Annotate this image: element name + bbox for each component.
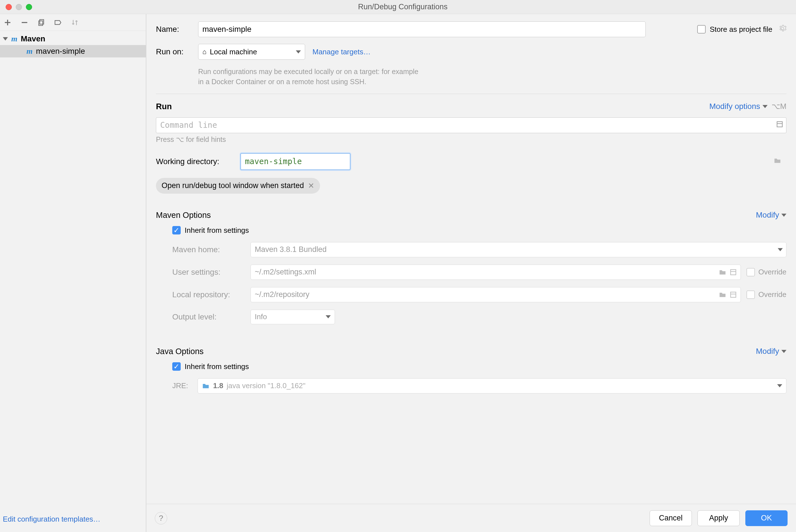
cancel-button[interactable]: Cancel [650, 510, 692, 526]
list-icon [729, 291, 737, 299]
name-label: Name: [156, 25, 198, 34]
maven-icon: m [26, 47, 33, 56]
store-label: Store as project file [709, 25, 772, 34]
sidebar-toolbar [0, 14, 146, 31]
maven-section-title: Maven Options [156, 211, 211, 220]
java-inherit-checkbox[interactable]: ✓ [172, 362, 181, 371]
local-repo-label: Local repository: [172, 290, 234, 299]
sort-config-button[interactable] [70, 18, 80, 27]
workdir-label: Working directory: [156, 157, 240, 166]
output-level-dropdown: Info [250, 310, 335, 324]
svg-rect-0 [40, 19, 44, 24]
window-title: Run/Debug Configurations [10, 2, 796, 11]
svg-rect-1 [39, 21, 43, 25]
body: m Maven m maven-simple Edit configuratio… [0, 14, 796, 532]
runon-value: Local machine [210, 48, 257, 56]
maven-home-field: Maven 3.8.1 Bundled [250, 242, 786, 257]
java-inherit-label: Inherit from settings [185, 362, 249, 371]
maven-inherit-label: Inherit from settings [185, 226, 249, 235]
jre-dropdown: 1.8 java version "1.8.0_162" [197, 378, 786, 394]
tree-node-label: Maven [21, 34, 45, 43]
chevron-down-icon [296, 51, 301, 54]
store-as-project-checkbox[interactable] [697, 25, 706, 34]
user-override-checkbox [746, 268, 755, 277]
java-modify-link[interactable]: Modify [756, 347, 786, 356]
home-icon: ⌂ [202, 48, 207, 56]
command-line-input[interactable] [156, 117, 786, 133]
jre-label: JRE: [172, 381, 197, 390]
override-label: Override [758, 290, 786, 299]
list-icon [729, 268, 737, 276]
folder-icon [202, 382, 210, 390]
runon-dropdown[interactable]: ⌂ Local machine [198, 44, 305, 60]
titlebar: Run/Debug Configurations [0, 0, 796, 14]
override-label: Override [758, 268, 786, 277]
svg-rect-2 [777, 121, 782, 127]
dialog-footer: ? Cancel Apply OK [146, 504, 796, 532]
expand-icon[interactable] [776, 120, 783, 130]
divider [156, 94, 786, 94]
open-tool-window-chip[interactable]: Open run/debug tool window when started … [156, 178, 320, 194]
window: Run/Debug Configurations m Maven m maven… [0, 0, 796, 532]
maven-home-label: Maven home: [172, 245, 234, 254]
repo-override-checkbox [746, 290, 755, 299]
svg-rect-4 [731, 292, 736, 297]
runon-help: Run configurations may be executed local… [198, 66, 786, 87]
chevron-down-icon [777, 384, 782, 387]
add-config-button[interactable] [3, 18, 13, 27]
config-tree: m Maven m maven-simple [0, 31, 146, 511]
tree-node-maven[interactable]: m Maven [0, 33, 146, 45]
folder-icon [719, 268, 726, 276]
copy-config-button[interactable] [37, 18, 46, 27]
working-directory-input[interactable] [240, 153, 350, 170]
chevron-down-icon [762, 105, 767, 108]
remove-config-button[interactable] [20, 18, 29, 27]
help-button[interactable]: ? [155, 512, 167, 525]
maven-icon: m [11, 34, 17, 43]
folder-icon[interactable] [774, 156, 781, 166]
form-scroll[interactable]: Name: Store as project file Run on: ⌂ Lo… [146, 14, 796, 504]
chevron-down-icon [778, 248, 783, 251]
content: Name: Store as project file Run on: ⌂ Lo… [146, 14, 796, 532]
gear-icon[interactable] [779, 24, 786, 34]
output-level-label: Output level: [172, 312, 234, 321]
svg-rect-3 [731, 269, 736, 275]
name-input[interactable] [198, 21, 646, 37]
chevron-down-icon [326, 315, 331, 318]
ok-button[interactable]: OK [745, 510, 788, 526]
modify-shortcut: ⌥M [772, 102, 787, 111]
chevron-down-icon [781, 214, 786, 217]
maven-inherit-checkbox[interactable]: ✓ [172, 226, 181, 234]
modify-options-link[interactable]: Modify options [709, 102, 767, 111]
maven-modify-link[interactable]: Modify [756, 211, 786, 220]
java-section-title: Java Options [156, 347, 204, 356]
tree-item-maven-simple[interactable]: m maven-simple [0, 45, 146, 57]
chevron-down-icon [781, 350, 786, 353]
sidebar: m Maven m maven-simple Edit configuratio… [0, 14, 146, 532]
chevron-down-icon [3, 37, 8, 40]
close-icon[interactable]: ✕ [308, 181, 315, 190]
user-settings-field: ~/.m2/settings.xml [250, 265, 741, 280]
tree-item-label: maven-simple [36, 47, 85, 56]
field-hint: Press ⌥ for field hints [156, 135, 786, 144]
save-config-button[interactable] [54, 18, 63, 27]
manage-targets-link[interactable]: Manage targets… [312, 48, 371, 56]
user-settings-label: User settings: [172, 268, 234, 277]
local-repo-field: ~/.m2/repository [250, 287, 741, 302]
apply-button[interactable]: Apply [698, 510, 740, 526]
folder-icon [719, 291, 726, 299]
runon-label: Run on: [156, 47, 198, 56]
edit-templates-link[interactable]: Edit configuration templates… [3, 515, 100, 523]
run-section-title: Run [156, 102, 172, 111]
